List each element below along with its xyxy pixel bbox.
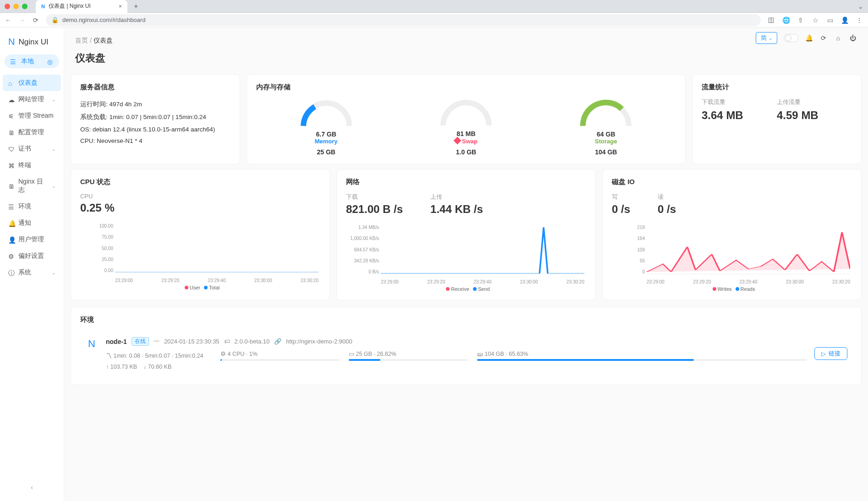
info-os: OS: debian 12.4 (linux 5.10.0-15-arm64 a… (80, 124, 231, 135)
window-maximize[interactable] (22, 4, 27, 9)
breadcrumb: 首页 / 仪表盘 (75, 37, 857, 45)
x-axis-ticks: 23:29:00 23:29:20 23:29:40 23:30:00 23:3… (115, 278, 319, 283)
storage-gauge: 64 GB Storage 104 GB (578, 98, 633, 156)
network-card: 网络 下载 821.00 B /s 上传 1.44 KB /s 1.34 MB/… (336, 169, 596, 300)
env-node-row: N node-1 在线 〰 2024-01-15 23:30:35 🏷 2.0.… (80, 331, 852, 376)
node-disk: 🖴 104 GB · 65.63% (477, 351, 807, 361)
memory-gauge: 6.7 GB Memory 25 GB (299, 98, 354, 156)
language-selector[interactable]: 简⌄ (756, 32, 777, 44)
share-icon[interactable]: ⇧ (797, 16, 805, 24)
sidebar-item-sites[interactable]: ☁网站管理⌄ (3, 91, 61, 108)
y-axis-ticks: 100.00 75.00 50.00 25.00 0.00 (80, 223, 113, 273)
sidebar-item-prefs[interactable]: ⚙偏好设置 (3, 248, 61, 264)
cloud-icon: ☁ (8, 96, 15, 103)
translate-icon[interactable]: 🌐 (782, 16, 790, 24)
code-icon: ⌘ (8, 162, 15, 169)
chart-legend: UserTotal (80, 285, 320, 290)
node-cpu: ⚙ 4 CPU · 1% (220, 350, 340, 361)
nav-reload-icon[interactable]: ⟳ (32, 16, 39, 24)
sidebar-item-certs[interactable]: 🛡证书⌄ (3, 141, 61, 157)
traffic-upload: 上传流量 4.59 MB (777, 98, 852, 122)
play-icon: ▷ (821, 350, 826, 357)
address-bar[interactable]: 🔒 demo.nginxui.com/#/dashboard (46, 14, 761, 26)
nav-forward-icon[interactable]: → (18, 16, 26, 24)
cpu-progress-bar (220, 359, 340, 361)
stat-label: 下载流量 (702, 98, 777, 106)
gauge-value: 6.7 GB (299, 131, 354, 138)
environment-selector[interactable]: ☰ 本地 ◎ (5, 54, 59, 68)
disk-progress-bar (477, 359, 807, 361)
sidebar-item-label: 管理 Stream (18, 112, 54, 120)
sidebar-collapse-button[interactable]: ‹ (3, 479, 61, 496)
stat-value: 1.44 KB /s (430, 203, 483, 216)
target-icon: ◎ (47, 58, 54, 65)
card-title: 网络 (346, 178, 586, 186)
stat-label: 上传 (430, 193, 483, 201)
home-icon: ⌂ (8, 80, 15, 86)
chevron-down-icon: ⌄ (52, 97, 55, 102)
list-icon: ☰ (10, 58, 16, 65)
sidebar-item-label: 环境 (18, 202, 31, 211)
sidebar-menu: ⌂仪表盘 ☁网站管理⌄ ⚟管理 Stream 🗎配置管理 🛡证书⌄ ⌘终端 🗎N… (3, 75, 61, 281)
sidebar-item-dashboard[interactable]: ⌂仪表盘 (3, 75, 61, 91)
url-text: demo.nginxui.com/#/dashboard (62, 16, 145, 23)
swap-gauge: 81 MB Swap 1.0 GB (439, 98, 494, 156)
sidebar-item-stream[interactable]: ⚟管理 Stream (3, 108, 61, 124)
stat-label: 读 (658, 193, 676, 201)
file-icon: 🗎 (8, 129, 15, 136)
memory-icon: ▭ (349, 351, 354, 357)
card-title: CPU 状态 (80, 178, 320, 186)
activity-icon: 〰 (154, 338, 159, 345)
sidebar-item-config[interactable]: 🗎配置管理 (3, 124, 61, 141)
menu-icon[interactable]: ⋮ (855, 16, 863, 24)
browser-tab[interactable]: N 仪表盘 | Nginx UI × (36, 0, 127, 13)
nav-back-icon[interactable]: ← (5, 16, 12, 24)
new-tab-button[interactable]: + (131, 2, 141, 11)
profile-icon[interactable]: 👤 (841, 16, 849, 24)
app-logo[interactable]: N Nginx UI (3, 33, 61, 54)
panel-icon[interactable]: ▭ (826, 16, 834, 24)
sidebar-item-logs[interactable]: 🗎Nginx 日志⌄ (3, 174, 61, 198)
tab-overflow-icon[interactable]: ⌄ (858, 3, 863, 10)
sidebar-item-terminal[interactable]: ⌘终端 (3, 157, 61, 174)
sidebar-item-label: 用户管理 (18, 235, 44, 244)
info-uptime: 运行时间: 497d 4h 2m (80, 98, 231, 111)
stat-label: 下载 (346, 193, 403, 201)
gauge-total: 104 GB (578, 148, 633, 156)
traffic-download: 下载流量 3.64 MB (702, 98, 777, 122)
card-title: 环境 (80, 316, 852, 324)
chevron-down-icon: ⌄ (769, 36, 772, 41)
logout-icon[interactable]: ⏻ (849, 34, 857, 42)
info-icon: ⓘ (8, 269, 15, 276)
logo-text: Nginx UI (18, 38, 48, 47)
sidebar-item-label: 终端 (18, 161, 31, 169)
disk-chart: 218 164 109 55 0 23:29:00 23:29:20 23:29… (612, 225, 852, 284)
sidebar-item-label: 仪表盘 (18, 79, 38, 87)
node-timestamp: 2024-01-15 23:30:35 (164, 338, 220, 345)
chevron-down-icon: ⌄ (52, 184, 55, 189)
y-axis-ticks: 1.34 MB/s 1,000.00 KB/s 684.57 KB/s 342.… (346, 225, 379, 274)
window-close[interactable] (5, 4, 10, 9)
card-title: 内存与存储 (256, 83, 676, 92)
sidebar-item-label: 通知 (18, 219, 31, 227)
sidebar-item-env[interactable]: ☰环境 (3, 198, 61, 215)
sidebar-item-users[interactable]: 👤用户管理 (3, 231, 61, 248)
button-label: 链接 (829, 349, 841, 358)
stat-value: 0.25 % (80, 201, 115, 214)
reload-icon[interactable]: ⟳ (819, 34, 828, 42)
sidebar-item-system[interactable]: ⓘ系统⌄ (3, 264, 61, 281)
link-icon: 🔗 (274, 338, 281, 345)
node-connect-button[interactable]: ▷链接 (814, 347, 847, 360)
home-icon[interactable]: ⌂ (834, 34, 842, 42)
bell-icon[interactable]: 🔔 (805, 34, 813, 42)
window-minimize[interactable] (13, 4, 19, 9)
breadcrumb-home[interactable]: 首页 (75, 37, 88, 44)
stat-label: 写 (612, 193, 630, 201)
password-key-icon[interactable]: ⚿ (767, 16, 775, 24)
bookmark-icon[interactable]: ☆ (811, 16, 819, 24)
tag-icon: 🏷 (224, 338, 230, 345)
sidebar-item-notify[interactable]: 🔔通知 (3, 215, 61, 231)
bell-icon: 🔔 (8, 220, 15, 226)
theme-toggle[interactable] (784, 34, 798, 42)
tab-close-icon[interactable]: × (119, 3, 122, 10)
